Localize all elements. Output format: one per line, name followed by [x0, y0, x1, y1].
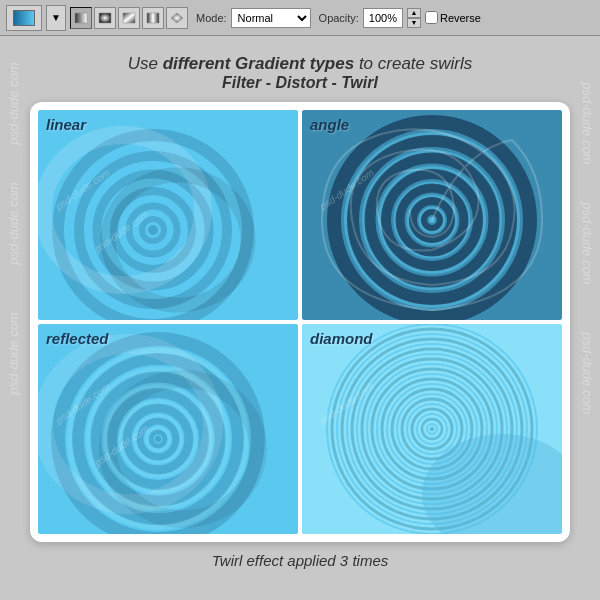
heading-line1: Use different Gradient types to create s… [20, 54, 580, 74]
svg-marker-4 [171, 13, 183, 23]
svg-rect-2 [123, 13, 135, 23]
cell-linear: linear psd-dude.com psd-dude.com [38, 110, 298, 320]
footer: Twirl effect applied 3 times [20, 542, 580, 573]
cell-angle: angle psd-dude.com [302, 110, 562, 320]
toolbar: ▼ [0, 0, 600, 36]
gradient-swatch [13, 10, 35, 26]
watermark-left-2: psd-dude.com [6, 182, 21, 264]
opacity-down-button[interactable]: ▼ [407, 18, 421, 28]
cell-diamond-label: diamond [310, 330, 373, 347]
reverse-checkbox[interactable] [425, 11, 438, 24]
gradient-preview[interactable] [6, 5, 42, 31]
watermark-right-3: psd-dude.com [579, 332, 594, 414]
opacity-stepper: ▲ ▼ [407, 8, 421, 28]
opacity-label: Opacity: [319, 12, 359, 24]
gradient-grid: linear psd-dude.com psd-dude.com [38, 110, 562, 534]
rect-gradient-icon [74, 12, 88, 24]
svg-rect-3 [147, 13, 159, 23]
mode-select[interactable]: Normal [231, 8, 311, 28]
watermark-left-1: psd-dude.com [6, 62, 21, 144]
main-content: psd-dude.com psd-dude.com psd-dude.com p… [0, 36, 600, 583]
reflected-gradient-icon [146, 12, 160, 24]
watermark-right-1: psd-dude.com [579, 82, 594, 164]
heading-line2: Filter - Distort - Twirl [20, 74, 580, 92]
reverse-label: Reverse [440, 12, 481, 24]
gradient-style-dropdown[interactable]: ▼ [46, 5, 66, 31]
watermark-right-2: psd-dude.com [579, 202, 594, 284]
svg-rect-0 [75, 13, 87, 23]
svg-rect-1 [99, 13, 111, 23]
reflected-spiral-svg [38, 324, 298, 534]
radial-gradient-icon [98, 12, 112, 24]
cell-reflected-label: reflected [46, 330, 109, 347]
angle-gradient-icon [122, 12, 136, 24]
svg-point-75 [430, 427, 434, 431]
watermark-left-3: psd-dude.com [6, 312, 21, 394]
shape-btn-rect[interactable] [70, 7, 92, 29]
svg-point-17 [148, 225, 158, 235]
gradient-card: linear psd-dude.com psd-dude.com [30, 102, 570, 542]
chevron-down-icon: ▼ [51, 12, 61, 23]
footer-text: Twirl effect applied 3 times [20, 552, 580, 569]
opacity-input[interactable] [363, 8, 403, 28]
shape-btn-radial[interactable] [94, 7, 116, 29]
mode-label: Mode: [196, 12, 227, 24]
diamond-gradient-icon [170, 12, 184, 24]
cell-linear-label: linear [46, 116, 86, 133]
reverse-checkbox-container: Reverse [425, 11, 481, 24]
shape-btn-reflected[interactable] [142, 7, 164, 29]
opacity-up-button[interactable]: ▲ [407, 8, 421, 18]
angle-spiral-svg [302, 110, 562, 320]
cell-diamond: diamond psd-dude.com [302, 324, 562, 534]
heading: Use different Gradient types to create s… [20, 46, 580, 102]
cell-reflected: reflected psd-dude.com psd-dude.com [38, 324, 298, 534]
linear-spiral-svg [38, 110, 298, 320]
shape-btn-diamond[interactable] [166, 7, 188, 29]
shape-selector [70, 7, 188, 29]
shape-btn-angle[interactable] [118, 7, 140, 29]
svg-point-50 [155, 436, 161, 442]
diamond-spiral-svg [302, 324, 562, 534]
cell-angle-label: angle [310, 116, 349, 133]
